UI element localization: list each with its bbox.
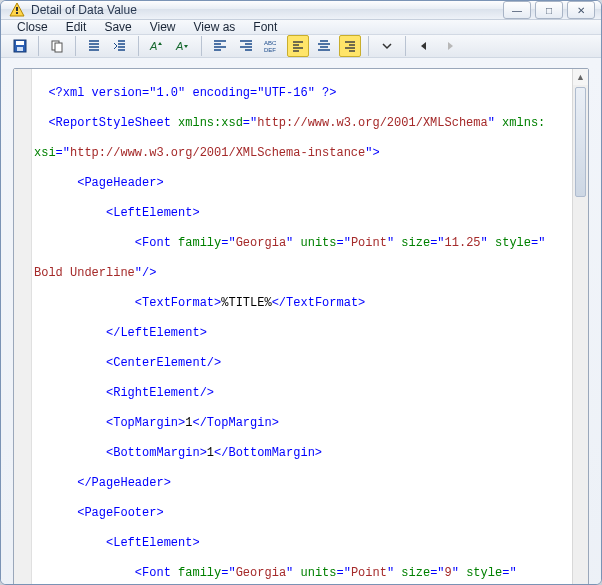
editor-gutter [14, 69, 32, 585]
maximize-button[interactable]: □ [535, 1, 563, 19]
next-record-icon[interactable] [439, 35, 461, 57]
minimize-button[interactable]: — [503, 1, 531, 19]
svg-rect-7 [55, 43, 62, 52]
separator [38, 36, 39, 56]
minimize-icon: — [512, 5, 522, 16]
separator [201, 36, 202, 56]
vertical-scrollbar[interactable]: ▲ ▼ [572, 69, 588, 585]
dropdown-icon[interactable] [376, 35, 398, 57]
indent-right-icon[interactable] [109, 35, 131, 57]
indent-left-icon[interactable] [83, 35, 105, 57]
editor: <?xml version="1.0" encoding="UTF-16" ?>… [13, 68, 589, 585]
menu-edit[interactable]: Edit [66, 20, 87, 34]
highlight-right-icon[interactable] [339, 35, 361, 57]
window-controls: — □ ✕ [503, 1, 595, 19]
svg-text:ABC: ABC [264, 40, 277, 46]
scroll-up-icon[interactable]: ▲ [573, 69, 588, 85]
app-icon [9, 2, 25, 18]
svg-rect-2 [16, 12, 18, 14]
center-lines-icon[interactable] [313, 35, 335, 57]
xml-pi: <?xml version="1.0" encoding="UTF-16" ?> [48, 86, 336, 100]
menu-close[interactable]: Close [17, 20, 48, 34]
copy-icon[interactable] [46, 35, 68, 57]
window: Detail of Data Value — □ ✕ Close Edit Sa… [0, 0, 602, 585]
toolbar: A A ABCDEF [1, 35, 601, 58]
font-increase-icon[interactable]: A [146, 35, 168, 57]
align-right-icon[interactable] [235, 35, 257, 57]
svg-rect-5 [17, 47, 23, 51]
prev-record-icon[interactable] [413, 35, 435, 57]
highlight-left-icon[interactable] [287, 35, 309, 57]
font-decrease-icon[interactable]: A [172, 35, 194, 57]
window-title: Detail of Data Value [31, 3, 503, 17]
menu-view-as[interactable]: View as [194, 20, 236, 34]
maximize-icon: □ [546, 5, 552, 16]
separator [368, 36, 369, 56]
menu-view[interactable]: View [150, 20, 176, 34]
content-area: <?xml version="1.0" encoding="UTF-16" ?>… [1, 58, 601, 585]
align-left-icon[interactable] [209, 35, 231, 57]
save-icon[interactable] [9, 35, 31, 57]
svg-text:DEF: DEF [264, 47, 276, 53]
svg-rect-1 [16, 7, 18, 11]
svg-text:A: A [175, 40, 183, 52]
code-view[interactable]: <?xml version="1.0" encoding="UTF-16" ?>… [32, 69, 572, 585]
menubar: Close Edit Save View View as Font [1, 20, 601, 35]
scroll-thumb[interactable] [575, 87, 586, 197]
menu-save[interactable]: Save [104, 20, 131, 34]
close-icon: ✕ [577, 5, 585, 16]
separator [138, 36, 139, 56]
close-button[interactable]: ✕ [567, 1, 595, 19]
svg-text:A: A [149, 40, 157, 52]
titlebar[interactable]: Detail of Data Value — □ ✕ [1, 1, 601, 20]
svg-rect-4 [16, 41, 24, 45]
abc-def-icon[interactable]: ABCDEF [261, 35, 283, 57]
separator [75, 36, 76, 56]
menu-font[interactable]: Font [253, 20, 277, 34]
separator [405, 36, 406, 56]
